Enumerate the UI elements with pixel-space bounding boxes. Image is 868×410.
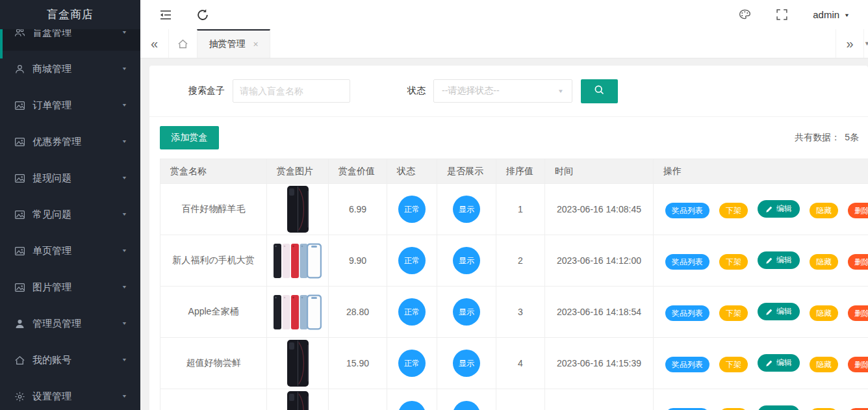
- action-button-label: 下架: [726, 205, 741, 216]
- display-badge[interactable]: 显示: [453, 247, 480, 274]
- box-image[interactable]: [283, 339, 313, 387]
- action-button-2[interactable]: 编辑: [758, 200, 800, 218]
- action-button-0[interactable]: 奖品列表: [665, 254, 709, 270]
- action-button-0[interactable]: 奖品列表: [665, 357, 709, 372]
- sidebar-item-7[interactable]: 图片管理▼: [0, 269, 140, 305]
- image-icon: [14, 173, 25, 184]
- action-button-2[interactable]: 编辑: [758, 354, 800, 372]
- cell-sort: 1: [496, 184, 545, 235]
- cell-actions: 奖品列表下架编辑隐藏删除: [654, 338, 868, 389]
- sidebar: 盲盒商店 盲盒管理▼商城管理▼订单管理▼优惠券管理▼提现问题▼常见问题▼单页管理…: [0, 0, 140, 410]
- username: admin: [813, 9, 839, 20]
- box-image[interactable]: [283, 185, 313, 233]
- box-name-input[interactable]: [233, 79, 350, 103]
- content-card: 搜索盒子 状态 --请选择状态-- ▼ 添加赏盒 共有数据：5条: [149, 66, 868, 410]
- image-icon: [14, 282, 25, 293]
- sidebar-item-4[interactable]: 提现问题▼: [0, 160, 140, 196]
- action-button-4[interactable]: 删除: [848, 203, 868, 218]
- cell-sort: [496, 389, 545, 410]
- status-badge[interactable]: 正常: [398, 247, 426, 274]
- sidebar-item-label: 常见问题: [32, 209, 121, 221]
- chevron-down-icon: ▼: [121, 321, 127, 326]
- user-outline-icon: [14, 64, 25, 75]
- sidebar-item-3[interactable]: 优惠券管理▼: [0, 123, 140, 160]
- display-badge[interactable]: 显示: [453, 298, 480, 326]
- pencil-icon: [765, 257, 773, 264]
- cell-box-value: 15.90: [329, 338, 387, 389]
- sidebar-item-8[interactable]: 管理员管理▼: [0, 305, 140, 342]
- sidebar-menu: 盲盒管理▼商城管理▼订单管理▼优惠券管理▼提现问题▼常见问题▼单页管理▼图片管理…: [0, 14, 140, 410]
- action-button-2[interactable]: 编辑: [758, 251, 800, 269]
- display-badge[interactable]: 显示: [453, 196, 480, 223]
- column-header: 是否展示: [437, 159, 496, 184]
- action-button-label: 下架: [726, 359, 741, 370]
- action-button-2[interactable]: 编辑: [758, 405, 800, 410]
- box-image[interactable]: [273, 294, 322, 331]
- action-button-2[interactable]: 编辑: [758, 303, 800, 320]
- cell-box-name: 新人福利の手机大赏: [160, 235, 267, 287]
- action-button-3[interactable]: 隐藏: [810, 254, 838, 270]
- table-row-4: 正常显示奖品列表下架编辑隐藏删除: [160, 389, 868, 410]
- action-button-label: 编辑: [776, 255, 792, 266]
- tab-menu-partial-icon[interactable]: ▼: [864, 29, 868, 58]
- tab-close-icon[interactable]: ×: [253, 39, 258, 49]
- sidebar-item-label: 提现问题: [32, 172, 121, 185]
- action-button-1[interactable]: 下架: [719, 254, 748, 270]
- sidebar-item-5[interactable]: 常见问题▼: [0, 196, 140, 233]
- tab-active[interactable]: 抽赏管理 ×: [197, 29, 270, 58]
- home-tab-icon[interactable]: [169, 29, 197, 58]
- refresh-icon[interactable]: [196, 8, 209, 21]
- action-button-3[interactable]: 隐藏: [810, 305, 838, 321]
- app-title: 盲盒商店: [0, 0, 140, 29]
- status-badge[interactable]: 正常: [398, 196, 426, 223]
- action-button-1[interactable]: 下架: [719, 305, 748, 321]
- user-menu[interactable]: admin ▼: [813, 9, 850, 20]
- status-select-value: --请选择状态--: [442, 85, 557, 97]
- count-value: 5条: [845, 132, 859, 142]
- display-badge[interactable]: 显示: [453, 350, 480, 377]
- collapse-sidebar-icon[interactable]: [159, 8, 172, 21]
- box-image[interactable]: [273, 242, 322, 279]
- action-button-4[interactable]: 删除: [848, 254, 868, 270]
- table-row-3: 超值好物尝鲜15.90正常显示42023-06-16 14:15:39奖品列表下…: [160, 338, 868, 389]
- action-button-3[interactable]: 隐藏: [810, 357, 838, 372]
- status-label: 状态: [407, 85, 426, 97]
- action-button-4[interactable]: 删除: [848, 305, 868, 321]
- action-button-0[interactable]: 奖品列表: [665, 203, 709, 218]
- total-count: 共有数据：5条: [795, 132, 859, 144]
- status-badge[interactable]: 正常: [398, 350, 426, 377]
- tabs-scroll-right-button[interactable]: »: [836, 29, 864, 58]
- action-button-4[interactable]: 删除: [848, 357, 868, 372]
- sidebar-item-10[interactable]: 设置管理▼: [0, 378, 140, 410]
- action-button-label: 隐藏: [816, 308, 832, 319]
- status-select[interactable]: --请选择状态-- ▼: [433, 79, 572, 103]
- search-button[interactable]: [581, 79, 618, 103]
- action-button-1[interactable]: 下架: [719, 203, 748, 218]
- fullscreen-icon[interactable]: [776, 8, 788, 21]
- display-badge[interactable]: 显示: [453, 401, 480, 410]
- action-button-1[interactable]: 下架: [719, 357, 748, 372]
- cell-box-image: [267, 235, 329, 287]
- column-header: 状态: [387, 159, 437, 184]
- sidebar-item-9[interactable]: 我的账号▼: [0, 342, 140, 378]
- action-button-label: 隐藏: [816, 257, 832, 268]
- status-badge[interactable]: 正常: [398, 298, 426, 326]
- box-image[interactable]: [283, 391, 313, 410]
- sidebar-item-6[interactable]: 单页管理▼: [0, 233, 140, 269]
- cell-sort: 2: [496, 235, 545, 287]
- action-button-label: 奖品列表: [672, 359, 703, 370]
- status-badge[interactable]: 正常: [398, 401, 426, 410]
- theme-palette-icon[interactable]: [739, 8, 751, 21]
- sidebar-item-2[interactable]: 订单管理▼: [0, 87, 140, 123]
- add-box-button[interactable]: 添加赏盒: [160, 126, 219, 149]
- sidebar-item-1[interactable]: 商城管理▼: [0, 51, 140, 87]
- chevron-down-icon: ▼: [121, 30, 127, 35]
- chevron-down-icon: ▼: [844, 12, 850, 18]
- action-button-3[interactable]: 隐藏: [810, 203, 838, 218]
- pencil-icon: [765, 359, 773, 367]
- gear-icon: [14, 391, 25, 402]
- action-button-label: 删除: [854, 308, 868, 319]
- action-button-0[interactable]: 奖品列表: [665, 305, 709, 321]
- chevron-down-icon: ▼: [121, 103, 127, 108]
- tabs-scroll-left-button[interactable]: «: [140, 29, 169, 58]
